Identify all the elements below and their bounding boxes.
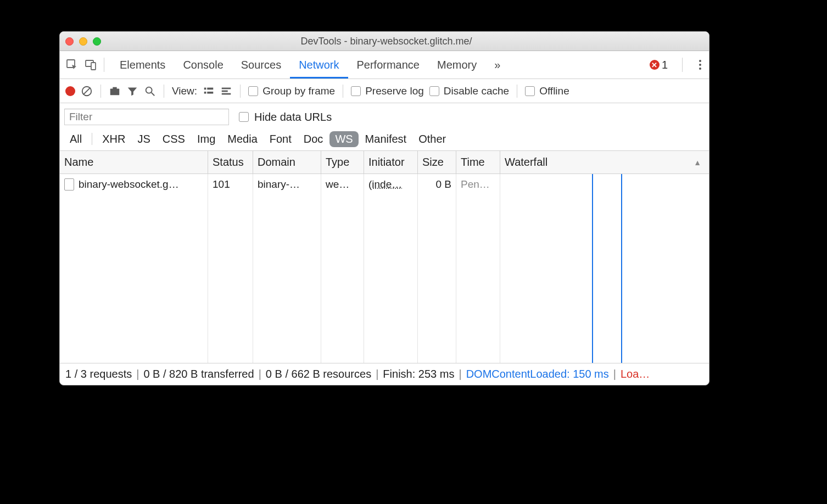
- preserve-log-checkbox[interactable]: Preserve log: [351, 85, 424, 97]
- record-button[interactable]: [65, 86, 75, 96]
- svg-rect-14: [222, 90, 228, 92]
- window-controls: [65, 37, 101, 46]
- tab-label: Memory: [437, 59, 477, 71]
- svg-point-7: [146, 87, 152, 93]
- devtools-window: DevTools - binary-websocket.glitch.me/ E…: [59, 31, 709, 385]
- col-name[interactable]: Name: [60, 151, 208, 174]
- sort-asc-icon: ▲: [694, 158, 701, 167]
- search-icon[interactable]: [144, 85, 156, 97]
- tabs-overflow-button[interactable]: »: [485, 51, 509, 79]
- overflow-glyph: »: [494, 59, 500, 71]
- col-size[interactable]: Size: [418, 151, 456, 174]
- tab-network[interactable]: Network: [290, 51, 348, 79]
- filter-all[interactable]: All: [64, 131, 87, 147]
- filter-icon[interactable]: [126, 85, 138, 97]
- filter-css[interactable]: CSS: [157, 131, 191, 147]
- error-icon: ✕: [650, 60, 660, 70]
- col-domain[interactable]: Domain: [253, 151, 321, 174]
- grid-column-guides: [60, 195, 709, 363]
- tab-label: Elements: [120, 59, 165, 71]
- clear-button[interactable]: [81, 85, 93, 97]
- document-icon: [64, 178, 74, 191]
- inspect-element-icon[interactable]: [65, 58, 79, 71]
- filter-media[interactable]: Media: [222, 131, 262, 147]
- col-waterfall[interactable]: Waterfall▲: [500, 151, 709, 174]
- filter-bar: Hide data URLs All XHR JS CSS Img Media …: [60, 103, 709, 151]
- tab-label: Network: [299, 59, 339, 71]
- svg-rect-9: [204, 87, 206, 89]
- cell-time: Pen…: [456, 174, 500, 195]
- cell-size: 0 B: [418, 174, 456, 195]
- error-count-badge[interactable]: ✕ 1: [650, 59, 668, 71]
- svg-rect-5: [110, 88, 120, 95]
- svg-rect-6: [113, 87, 116, 89]
- window-title: DevTools - binary-websocket.glitch.me/: [101, 36, 672, 47]
- tab-performance[interactable]: Performance: [348, 51, 429, 79]
- network-toolbar: View: Group by frame Preserve log Disabl…: [60, 79, 709, 103]
- tab-sources[interactable]: Sources: [232, 51, 290, 79]
- col-status[interactable]: Status: [208, 151, 253, 174]
- network-grid: Name Status Domain Type Initiator Size T…: [60, 151, 709, 363]
- filter-manifest[interactable]: Manifest: [360, 131, 412, 147]
- checkbox-label: Preserve log: [365, 85, 424, 97]
- capture-screenshots-icon[interactable]: [109, 85, 121, 97]
- filter-other[interactable]: Other: [413, 131, 451, 147]
- status-domcontentloaded: DOMContentLoaded: 150 ms: [466, 368, 609, 380]
- status-finish: Finish: 253 ms: [383, 368, 454, 380]
- waterfall-load-marker: [621, 174, 622, 195]
- device-toolbar-icon[interactable]: [84, 58, 97, 71]
- filter-xhr[interactable]: XHR: [97, 131, 131, 147]
- group-by-frame-checkbox[interactable]: Group by frame: [248, 85, 335, 97]
- filter-ws[interactable]: WS: [329, 131, 358, 147]
- waterfall-dcl-marker: [592, 174, 593, 195]
- checkbox-label: Group by frame: [262, 85, 335, 97]
- svg-rect-11: [204, 91, 206, 93]
- cell-waterfall: [500, 174, 709, 195]
- large-rows-icon[interactable]: [203, 85, 215, 97]
- col-type[interactable]: Type: [321, 151, 364, 174]
- grid-body: binary-websocket.g… 101 binary-… we… (in…: [60, 174, 709, 363]
- panel-tabs: Elements Console Sources Network Perform…: [60, 51, 709, 79]
- cell-type: we…: [321, 174, 364, 195]
- cell-initiator: (inde…: [364, 174, 418, 195]
- resource-type-filters: All XHR JS CSS Img Media Font Doc WS Man…: [64, 127, 705, 150]
- checkbox-label: Disable cache: [444, 85, 509, 97]
- tab-console[interactable]: Console: [174, 51, 232, 79]
- checkbox-label: Offline: [539, 85, 569, 97]
- filter-input[interactable]: [64, 109, 229, 125]
- hide-data-urls-checkbox[interactable]: Hide data URLs: [239, 111, 332, 124]
- filter-img[interactable]: Img: [192, 131, 221, 147]
- svg-rect-15: [222, 93, 231, 94]
- settings-menu-button[interactable]: [697, 58, 703, 72]
- tab-memory[interactable]: Memory: [428, 51, 485, 79]
- filter-font[interactable]: Font: [264, 131, 297, 147]
- disable-cache-checkbox[interactable]: Disable cache: [429, 85, 509, 97]
- checkbox-label: Hide data URLs: [254, 111, 332, 124]
- grid-header: Name Status Domain Type Initiator Size T…: [60, 151, 709, 174]
- tab-elements[interactable]: Elements: [111, 51, 174, 79]
- zoom-window-button[interactable]: [93, 37, 101, 46]
- close-window-button[interactable]: [65, 37, 74, 46]
- svg-rect-10: [207, 87, 213, 89]
- cell-domain: binary-…: [253, 174, 321, 195]
- offline-checkbox[interactable]: Offline: [525, 85, 569, 97]
- tab-label: Console: [183, 59, 223, 71]
- table-row[interactable]: binary-websocket.g… 101 binary-… we… (in…: [60, 174, 709, 195]
- svg-rect-13: [222, 87, 231, 89]
- small-rows-icon[interactable]: [220, 85, 232, 97]
- error-count: 1: [662, 59, 668, 71]
- col-initiator[interactable]: Initiator: [364, 151, 418, 174]
- svg-rect-12: [207, 91, 213, 93]
- status-resources: 0 B / 662 B resources: [266, 368, 371, 380]
- status-requests: 1 / 3 requests: [65, 368, 132, 380]
- filter-js[interactable]: JS: [132, 131, 155, 147]
- tab-label: Performance: [357, 59, 420, 71]
- window-titlebar: DevTools - binary-websocket.glitch.me/: [60, 32, 709, 51]
- minimize-window-button[interactable]: [79, 37, 87, 46]
- col-time[interactable]: Time: [456, 151, 500, 174]
- filter-doc[interactable]: Doc: [298, 131, 329, 147]
- status-transferred: 0 B / 820 B transferred: [143, 368, 254, 380]
- cell-status: 101: [208, 174, 253, 195]
- svg-line-4: [83, 87, 91, 94]
- svg-line-8: [152, 92, 155, 96]
